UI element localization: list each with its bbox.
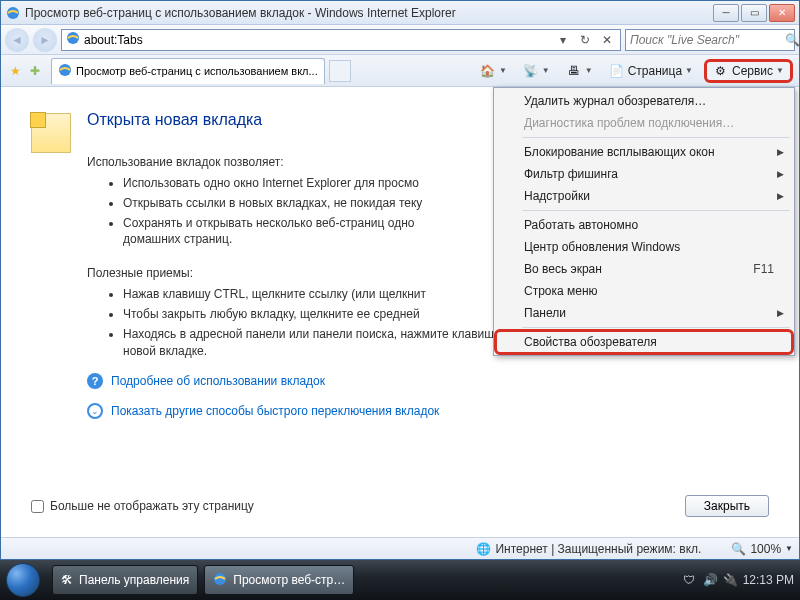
menu-delete-history[interactable]: Удалить журнал обозревателя… — [496, 90, 792, 112]
page-footer: Больше не отображать эту страницу Закрыт… — [31, 495, 769, 517]
command-right: 🏠▼ 📡▼ 🖶▼ 📄Страница▼ ⚙Сервис▼ — [475, 59, 795, 83]
menu-fullscreen[interactable]: Во весь экранF11 — [496, 258, 792, 280]
shortcut-label: F11 — [753, 262, 774, 276]
learn-more-link[interactable]: Подробнее об использовании вкладок — [111, 374, 325, 388]
dont-show-checkbox[interactable]: Больше не отображать эту страницу — [31, 499, 254, 513]
page-icon — [66, 31, 80, 48]
zoom-label: 100% — [750, 542, 781, 556]
close-page-button[interactable]: Закрыть — [685, 495, 769, 517]
titlebar: Просмотр веб-страниц с использованием вк… — [1, 1, 799, 25]
address-dropdown-icon[interactable]: ▾ — [554, 31, 572, 49]
control-panel-icon: 🛠 — [61, 573, 73, 587]
back-button[interactable]: ◄ — [5, 28, 29, 52]
add-favorites-icon[interactable]: ✚ — [25, 61, 45, 81]
tray-icon[interactable]: 🛡 — [683, 573, 697, 587]
ie-icon — [213, 572, 227, 589]
submenu-arrow-icon: ▶ — [777, 169, 784, 179]
start-button[interactable] — [0, 560, 46, 600]
system-tray: 🛡 🔊 🔌 12:13 PM — [683, 573, 794, 587]
tools-button-label: Сервис — [732, 64, 773, 78]
security-zone[interactable]: 🌐 Интернет | Защищенный режим: вкл. — [476, 542, 701, 556]
window-buttons: ─ ▭ ✕ — [713, 4, 795, 22]
rss-icon: 📡 — [523, 63, 539, 79]
chevron-down-icon: ⌄ — [87, 403, 103, 419]
menu-menubar[interactable]: Строка меню — [496, 280, 792, 302]
submenu-arrow-icon: ▶ — [777, 308, 784, 318]
show-more-link[interactable]: Показать другие способы быстрого переклю… — [111, 404, 439, 418]
navigation-bar: ◄ ► ▾ ↻ ✕ 🔍 — [1, 25, 799, 55]
checkbox-input[interactable] — [31, 500, 44, 513]
menu-popup-blocker[interactable]: Блокирование всплывающих окон▶ — [496, 141, 792, 163]
menu-work-offline[interactable]: Работать автономно — [496, 214, 792, 236]
zoom-control[interactable]: 🔍 100% ▼ — [731, 542, 793, 556]
zone-label: Интернет | Защищенный режим: вкл. — [495, 542, 701, 556]
menu-windows-update[interactable]: Центр обновления Windows — [496, 236, 792, 258]
expand-link-row: ⌄ Показать другие способы быстрого перек… — [87, 403, 769, 419]
maximize-button[interactable]: ▭ — [741, 4, 767, 22]
taskbar-item[interactable]: 🛠 Панель управления — [52, 565, 198, 595]
stop-icon[interactable]: ✕ — [598, 31, 616, 49]
status-bar: 🌐 Интернет | Защищенный режим: вкл. 🔍 10… — [1, 537, 799, 559]
page-icon: 📄 — [609, 63, 625, 79]
menu-phishing-filter[interactable]: Фильтр фишинга▶ — [496, 163, 792, 185]
tray-icon[interactable]: 🔊 — [703, 573, 717, 587]
tools-menu: Удалить журнал обозревателя… Диагностика… — [493, 87, 795, 356]
window-title: Просмотр веб-страниц с использованием вк… — [25, 6, 713, 20]
command-bar: ★ ✚ Просмотр веб-страниц с использование… — [1, 55, 799, 87]
print-icon: 🖶 — [566, 63, 582, 79]
new-tab-button[interactable] — [329, 60, 351, 82]
page-button-label: Страница — [628, 64, 682, 78]
address-bar[interactable]: ▾ ↻ ✕ — [61, 29, 621, 51]
print-button[interactable]: 🖶▼ — [561, 59, 598, 83]
windows-orb-icon — [6, 563, 40, 597]
browser-tab[interactable]: Просмотр веб-страниц с использованием вк… — [51, 58, 325, 84]
submenu-arrow-icon: ▶ — [777, 191, 784, 201]
forward-button[interactable]: ► — [33, 28, 57, 52]
taskbar-item-label: Просмотр веб-стр… — [233, 573, 345, 587]
clock[interactable]: 12:13 PM — [743, 573, 794, 587]
tab-favicon — [58, 63, 72, 80]
tools-button[interactable]: ⚙Сервис▼ — [704, 59, 793, 83]
close-button[interactable]: ✕ — [769, 4, 795, 22]
submenu-arrow-icon: ▶ — [777, 147, 784, 157]
checkbox-label: Больше не отображать эту страницу — [50, 499, 254, 513]
help-icon: ? — [87, 373, 103, 389]
menu-diagnose-connection[interactable]: Диагностика проблем подключения… — [496, 112, 792, 134]
taskbar-item[interactable]: Просмотр веб-стр… — [204, 565, 354, 595]
search-icon[interactable]: 🔍 — [785, 33, 800, 47]
taskbar-item-label: Панель управления — [79, 573, 189, 587]
search-input[interactable] — [630, 33, 781, 47]
help-link-row: ? Подробнее об использовании вкладок — [87, 373, 769, 389]
feeds-button[interactable]: 📡▼ — [518, 59, 555, 83]
refresh-icon[interactable]: ↻ — [576, 31, 594, 49]
ie-icon — [5, 5, 21, 21]
menu-separator — [522, 210, 790, 211]
minimize-button[interactable]: ─ — [713, 4, 739, 22]
menu-separator — [522, 327, 790, 328]
menu-separator — [522, 137, 790, 138]
globe-icon: 🌐 — [476, 542, 491, 556]
search-box[interactable]: 🔍 — [625, 29, 795, 51]
menu-manage-addons[interactable]: Надстройки▶ — [496, 185, 792, 207]
home-icon: 🏠 — [480, 63, 496, 79]
zoom-icon: 🔍 — [731, 542, 746, 556]
home-button[interactable]: 🏠▼ — [475, 59, 512, 83]
menu-toolbars[interactable]: Панели▶ — [496, 302, 792, 324]
tab-label: Просмотр веб-страниц с использованием вк… — [76, 65, 318, 77]
address-input[interactable] — [84, 33, 550, 47]
gear-icon: ⚙ — [713, 63, 729, 79]
taskbar: 🛠 Панель управления Просмотр веб-стр… 🛡 … — [0, 560, 800, 600]
menu-internet-options[interactable]: Свойства обозревателя — [496, 331, 792, 353]
tray-icon[interactable]: 🔌 — [723, 573, 737, 587]
newtab-icon — [31, 113, 71, 153]
page-button[interactable]: 📄Страница▼ — [604, 59, 698, 83]
zoom-dropdown-icon[interactable]: ▼ — [785, 544, 793, 553]
ie-window: Просмотр веб-страниц с использованием вк… — [0, 0, 800, 560]
favorites-star-icon[interactable]: ★ — [5, 61, 25, 81]
